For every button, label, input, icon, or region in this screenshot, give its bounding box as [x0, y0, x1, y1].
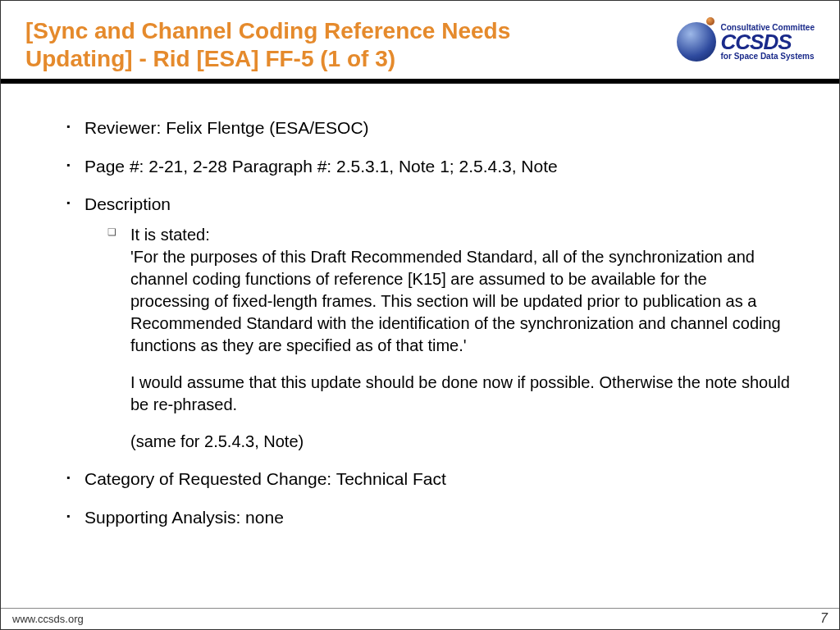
bullet-page: Page #: 2-21, 2-28 Paragraph #: 2.5.3.1,…	[66, 155, 790, 178]
slide-content: Reviewer: Felix Flentge (ESA/ESOC) Page …	[1, 84, 839, 560]
logo-dot-icon	[706, 17, 714, 25]
desc-line3: I would assume that this update should b…	[130, 373, 790, 413]
bullet-analysis: Supporting Analysis: none	[66, 506, 790, 529]
logo-text: Consultative Committee CCSDS for Space D…	[721, 23, 815, 62]
desc-line4: (same for 2.5.4.3, Note)	[130, 432, 304, 450]
desc-line1: It is stated:	[130, 226, 210, 244]
logo-bottom-text: for Space Data Systems	[721, 52, 815, 61]
slide-footer: www.ccsds.org 7	[1, 608, 839, 629]
bullet-category: Category of Requested Change: Technical …	[66, 468, 790, 491]
bullet-description: Description It is stated: 'For the purpo…	[66, 193, 790, 453]
page-number: 7	[820, 611, 828, 626]
logo-main-text: CCSDS	[721, 30, 815, 54]
description-label: Description	[84, 194, 171, 213]
ccsds-logo: Consultative Committee CCSDS for Space D…	[677, 22, 815, 62]
slide: [Sync and Channel Coding Reference Needs…	[0, 0, 840, 630]
slide-header: [Sync and Channel Coding Reference Needs…	[1, 1, 839, 79]
logo-sphere-icon	[677, 22, 716, 62]
slide-title: [Sync and Channel Coding Reference Needs…	[25, 17, 550, 72]
desc-line2: 'For the purposes of this Draft Recommen…	[130, 248, 781, 354]
footer-url: www.ccsds.org	[12, 613, 84, 625]
bullet-reviewer: Reviewer: Felix Flentge (ESA/ESOC)	[66, 116, 790, 139]
description-sub-item: It is stated: 'For the purposes of this …	[107, 224, 790, 453]
